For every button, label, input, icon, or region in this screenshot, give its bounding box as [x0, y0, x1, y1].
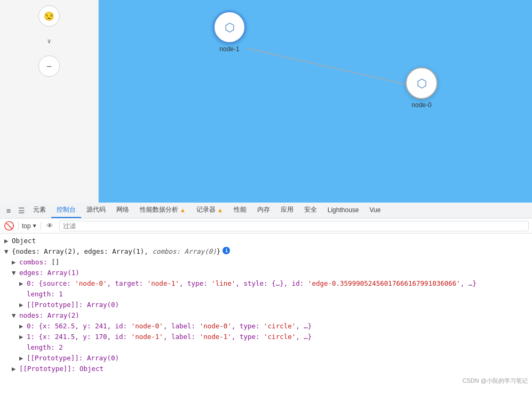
node-1[interactable]: ⬡ node-1: [213, 11, 245, 53]
console-text-nodes-length: length: 2: [27, 343, 63, 352]
tab-security[interactable]: 安全: [299, 203, 322, 218]
devtools-panel: ≡ ☰ 元素 控制台 源代码 网络 性能数据分析 ▲ 记录器 ▲ 性能 内存 应…: [0, 203, 532, 395]
console-line-node0[interactable]: ▶ 0: {x: 562.5, y: 241, id: 'node-0', la…: [0, 321, 532, 332]
console-text-edges-proto: [[Prototype]]: Array(0): [27, 300, 119, 310]
left-sidebar: 😒 ∨ −: [0, 0, 99, 203]
context-select[interactable]: top ▼: [22, 222, 37, 230]
console-line-node1[interactable]: ▶ 1: {x: 241.5, y: 170, id: 'node-1', la…: [0, 332, 532, 342]
emoji-icon: 😒: [44, 11, 54, 21]
tab-performance-analysis[interactable]: 性能数据分析 ▲: [134, 203, 191, 218]
perf-warning-icon: ▲: [180, 207, 186, 213]
cube-icon-node0: ⬡: [417, 77, 427, 90]
edge-svg: [99, 0, 532, 203]
tab-recorder[interactable]: 记录器 ▲: [191, 203, 228, 218]
minus-button[interactable]: −: [38, 55, 60, 77]
console-text-object: Object: [12, 236, 36, 246]
console-toolbar: 🚫 top ▼ 👁: [0, 219, 532, 233]
console-text-edges: edges: Array(1): [19, 268, 80, 278]
console-line-edges-proto[interactable]: ▶ [[Prototype]]: Array(0): [0, 300, 532, 310]
svg-line-0: [245, 48, 422, 88]
divider-2: [41, 222, 41, 230]
console-text-node0: 0: {x: 562.5, y: 241, id: 'node-0', labe…: [27, 321, 312, 331]
devtools-tabbar: ≡ ☰ 元素 控制台 源代码 网络 性能数据分析 ▲ 记录器 ▲ 性能 内存 应…: [0, 203, 532, 219]
expand-arrow-main-proto[interactable]: ▶: [12, 364, 19, 374]
info-icon[interactable]: i: [223, 247, 230, 254]
graph-canvas[interactable]: ⬡ node-1 ⬡ node-0: [99, 0, 532, 203]
console-text-node1: 1: {x: 241.5, y: 170, id: 'node-1', labe…: [27, 332, 312, 342]
tab-perf[interactable]: 性能: [228, 203, 252, 218]
emoji-button[interactable]: 😒: [38, 5, 60, 27]
minus-icon: −: [46, 61, 52, 71]
chevron-icon[interactable]: ∨: [47, 37, 51, 45]
console-line-main-proto[interactable]: ▶ [[Prototype]]: Object: [0, 364, 532, 374]
inspect-icon[interactable]: ☰: [15, 204, 28, 217]
console-text-main-proto: [[Prototype]]: Object: [19, 364, 104, 374]
tab-elements[interactable]: 元素: [28, 203, 51, 218]
console-line-main[interactable]: ▼ {nodes: Array(2), edges: Array(1), com…: [0, 246, 532, 257]
context-chevron-icon: ▼: [32, 223, 37, 229]
node-1-circle: ⬡: [213, 11, 245, 43]
clear-console-btn[interactable]: 🚫: [3, 220, 15, 232]
expand-arrow-edges-proto[interactable]: ▶: [19, 300, 27, 310]
console-text-main: {nodes: Array(2), edges: Array(1), combo…: [12, 247, 220, 256]
context-label: top: [22, 222, 31, 230]
console-line-edges[interactable]: ▼ edges: Array(1): [0, 268, 532, 278]
node-1-label: node-1: [219, 45, 239, 53]
console-text-combos: combos: []: [19, 257, 59, 267]
tab-network[interactable]: 网络: [111, 203, 134, 218]
node-0-label: node-0: [411, 101, 431, 109]
console-line-nodes-length: length: 2: [0, 342, 532, 353]
console-line-nodes-proto[interactable]: ▶ [[Prototype]]: Array(0): [0, 353, 532, 364]
top-area: 😒 ∨ − ⬡ node-1 ⬡: [0, 0, 532, 203]
expand-arrow-edges[interactable]: ▼: [12, 268, 19, 278]
filter-input[interactable]: [59, 221, 529, 231]
expand-arrow-main[interactable]: ▼: [4, 247, 12, 256]
node-0[interactable]: ⬡ node-0: [406, 67, 438, 109]
tab-memory[interactable]: 内存: [252, 203, 275, 218]
tab-console[interactable]: 控制台: [51, 203, 81, 218]
expand-arrow-edge0[interactable]: ▶: [19, 279, 27, 288]
expand-arrow-object[interactable]: ▶: [4, 236, 12, 246]
expand-arrow-nodes[interactable]: ▼: [12, 311, 19, 320]
console-text-nodes: nodes: Array(2): [19, 311, 80, 320]
tab-application[interactable]: 应用: [275, 203, 299, 218]
tab-lighthouse[interactable]: Lighthouse: [322, 203, 364, 218]
tab-vue[interactable]: Vue: [364, 203, 386, 218]
console-line-nodes[interactable]: ▼ nodes: Array(2): [0, 310, 532, 321]
devtools-toggle-btn[interactable]: ≡: [2, 204, 15, 217]
console-line-edge0[interactable]: ▶ 0: {source: 'node-0', target: 'node-1'…: [0, 278, 532, 289]
console-line-object[interactable]: ▶ Object: [0, 236, 532, 246]
cube-icon-node1: ⬡: [225, 21, 235, 34]
expand-arrow-node0[interactable]: ▶: [19, 321, 27, 331]
console-text-nodes-proto: [[Prototype]]: Array(0): [27, 353, 119, 363]
console-line-edges-length: length: 1: [0, 289, 532, 300]
console-text-edge0: 0: {source: 'node-0', target: 'node-1', …: [27, 279, 477, 288]
divider-1: [18, 222, 19, 230]
tab-source[interactable]: 源代码: [81, 203, 111, 218]
node-0-circle: ⬡: [406, 67, 438, 99]
expand-arrow-nodes-proto[interactable]: ▶: [19, 353, 27, 363]
recorder-warning-icon: ▲: [217, 207, 223, 213]
console-line-combos[interactable]: ▶ combos: []: [0, 257, 532, 268]
expand-arrow-combos[interactable]: ▶: [12, 257, 19, 267]
eye-toggle-btn[interactable]: 👁: [44, 220, 56, 232]
console-text-edges-length: length: 1: [27, 289, 63, 299]
console-output: ▶ Object ▼ {nodes: Array(2), edges: Arra…: [0, 233, 532, 395]
watermark-text: CSDN @小阮的学习笔记: [463, 377, 528, 385]
expand-arrow-node1[interactable]: ▶: [19, 332, 27, 342]
